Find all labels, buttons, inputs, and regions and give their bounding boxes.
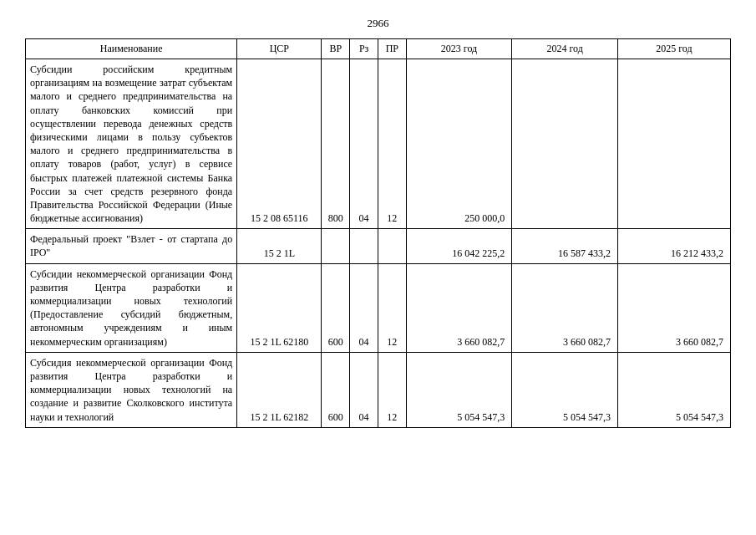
cell-rz: 04	[350, 263, 378, 352]
cell-csr: 15 2 1L 62180	[237, 263, 322, 352]
cell-2023: 5 054 547,3	[406, 352, 512, 427]
cell-name: Субсидия некоммерческой организации Фонд…	[26, 352, 237, 427]
header-pr: ПР	[378, 39, 406, 59]
cell-2023: 16 042 225,2	[406, 229, 512, 263]
cell-csr: 15 2 08 65116	[237, 59, 322, 229]
cell-csr: 15 2 1L 62182	[237, 352, 322, 427]
cell-pr: 12	[378, 263, 406, 352]
header-2025: 2025 год	[617, 39, 730, 59]
cell-vr: 600	[322, 263, 350, 352]
cell-2024: 3 660 082,7	[512, 263, 618, 352]
cell-2025	[617, 59, 730, 229]
cell-csr: 15 2 1L	[237, 229, 322, 263]
header-vr: ВР	[322, 39, 350, 59]
cell-2024: 5 054 547,3	[512, 352, 618, 427]
table-row: Субсидия некоммерческой организации Фонд…	[26, 352, 731, 427]
table-header-row: Наименование ЦСР ВР Рз ПР 2023 год 2024 …	[26, 39, 731, 59]
budget-table: Наименование ЦСР ВР Рз ПР 2023 год 2024 …	[25, 38, 731, 428]
cell-2025: 16 212 433,2	[617, 229, 730, 263]
cell-pr: 12	[378, 352, 406, 427]
cell-rz	[350, 229, 378, 263]
header-csr: ЦСР	[237, 39, 322, 59]
cell-2025: 5 054 547,3	[617, 352, 730, 427]
cell-vr	[322, 229, 350, 263]
cell-name: Субсидии российским кредитным организаци…	[26, 59, 237, 229]
cell-rz: 04	[350, 352, 378, 427]
cell-2024: 16 587 433,2	[512, 229, 618, 263]
cell-2023: 250 000,0	[406, 59, 512, 229]
table-row: Субсидии некоммерческой организации Фонд…	[26, 263, 731, 352]
page-number: 2966	[25, 17, 731, 30]
cell-name: Федеральный проект "Взлет - от стартапа …	[26, 229, 237, 263]
cell-2024	[512, 59, 618, 229]
table-row: Федеральный проект "Взлет - от стартапа …	[26, 229, 731, 263]
header-2024: 2024 год	[512, 39, 618, 59]
cell-pr: 12	[378, 59, 406, 229]
header-name: Наименование	[26, 39, 237, 59]
header-2023: 2023 год	[406, 39, 512, 59]
cell-name: Субсидии некоммерческой организации Фонд…	[26, 263, 237, 352]
cell-vr: 800	[322, 59, 350, 229]
header-rz: Рз	[350, 39, 378, 59]
cell-pr	[378, 229, 406, 263]
cell-2023: 3 660 082,7	[406, 263, 512, 352]
cell-2025: 3 660 082,7	[617, 263, 730, 352]
cell-rz: 04	[350, 59, 378, 229]
table-row: Субсидии российским кредитным организаци…	[26, 59, 731, 229]
cell-vr: 600	[322, 352, 350, 427]
